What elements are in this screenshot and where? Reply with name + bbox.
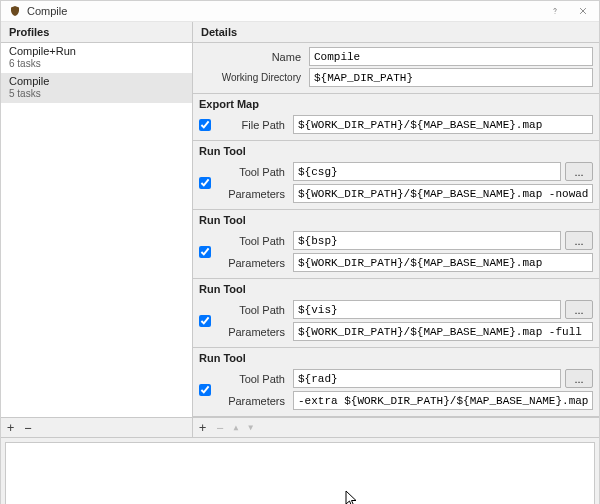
browse-button[interactable]: ... [565,369,593,388]
tool-path-label: Tool Path [217,373,289,385]
tool-path-label: Tool Path [217,235,289,247]
remove-profile-button[interactable]: − [24,421,31,435]
working-directory-input[interactable] [309,68,593,87]
add-task-button[interactable]: + [199,421,206,435]
browse-button[interactable]: ... [565,231,593,250]
browse-button[interactable]: ... [565,300,593,319]
run-tool-header: Run Tool [199,281,593,298]
tool-enable-checkbox[interactable] [199,246,211,258]
working-directory-label: Working Directory [217,72,305,83]
profiles-list: Compile+Run 6 tasks Compile 5 tasks [1,43,192,417]
export-map-block: Export Map File Path [193,94,599,141]
export-map-header: Export Map [199,96,593,113]
app-shield-icon [9,5,21,17]
run-tool-block: Run Tool Tool Path ... Parameters [193,279,599,348]
move-task-up-button[interactable]: ▲ [233,423,238,432]
name-input[interactable] [309,47,593,66]
window-title: Compile [27,5,541,17]
profile-item-compile[interactable]: Compile 5 tasks [1,73,192,103]
tool-path-label: Tool Path [217,166,289,178]
run-tool-header: Run Tool [199,143,593,160]
profiles-list-controls: + − [1,417,192,437]
tool-enable-checkbox[interactable] [199,384,211,396]
parameters-label: Parameters [217,395,289,407]
file-path-input[interactable] [293,115,593,134]
profile-tasks: 5 tasks [9,88,184,99]
parameters-label: Parameters [217,326,289,338]
run-tool-block: Run Tool Tool Path ... Parameters [193,210,599,279]
tool-path-input[interactable] [293,231,561,250]
profiles-header: Profiles [1,22,192,43]
move-task-down-button[interactable]: ▼ [248,423,253,432]
parameters-input[interactable] [293,253,593,272]
titlebar: Compile [1,1,599,22]
export-enable-checkbox[interactable] [199,119,211,131]
help-button[interactable] [541,1,569,21]
parameters-label: Parameters [217,257,289,269]
svg-point-0 [555,13,556,14]
profile-item-compile-run[interactable]: Compile+Run 6 tasks [1,43,192,73]
run-tool-block: Run Tool Tool Path ... Parameters [193,348,599,417]
profile-name: Compile+Run [9,45,184,58]
run-tool-block: Run Tool Tool Path ... Parameters [193,141,599,210]
name-label: Name [217,51,305,63]
file-path-label: File Path [217,119,289,131]
tool-enable-checkbox[interactable] [199,177,211,189]
task-list-controls: + − ▲ ▼ [193,417,599,437]
profile-name: Compile [9,75,184,88]
tool-path-input[interactable] [293,162,561,181]
tool-path-label: Tool Path [217,304,289,316]
add-profile-button[interactable]: + [7,421,14,435]
close-window-button[interactable] [569,1,597,21]
parameters-input[interactable] [293,322,593,341]
details-header: Details [193,22,599,43]
tool-enable-checkbox[interactable] [199,315,211,327]
remove-task-button[interactable]: − [216,421,223,435]
run-tool-header: Run Tool [199,212,593,229]
parameters-label: Parameters [217,188,289,200]
tool-path-input[interactable] [293,369,561,388]
parameters-input[interactable] [293,184,593,203]
details-block: Name Working Directory [193,43,599,94]
profile-tasks: 6 tasks [9,58,184,69]
parameters-input[interactable] [293,391,593,410]
output-pane [5,442,595,504]
tool-path-input[interactable] [293,300,561,319]
run-tool-header: Run Tool [199,350,593,367]
browse-button[interactable]: ... [565,162,593,181]
